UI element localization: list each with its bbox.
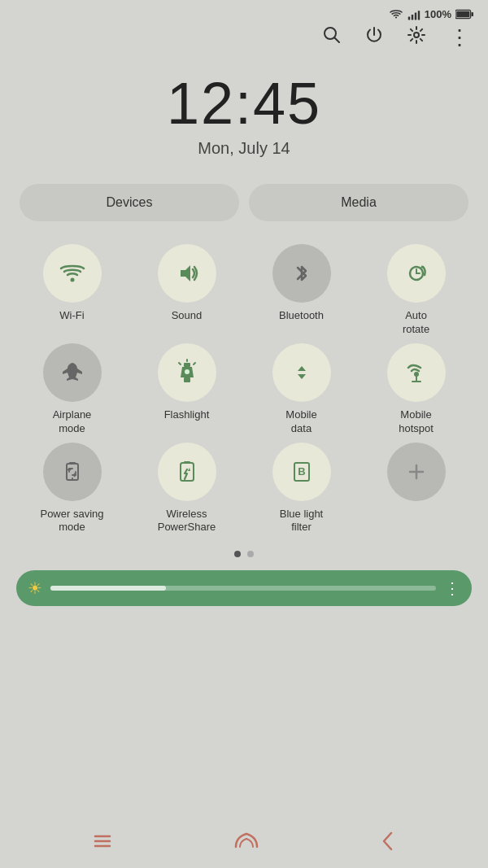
autorotate-icon xyxy=(402,259,431,288)
battery-level: 100% xyxy=(425,8,451,20)
settings-button[interactable] xyxy=(407,25,426,50)
battery-icon xyxy=(455,9,473,20)
qs-mobiledata[interactable]: Mobiledata xyxy=(246,343,357,436)
bluelightfilter-icon: B xyxy=(287,457,316,486)
brightness-more-button[interactable]: ⋮ xyxy=(444,578,460,598)
wirelesspowershare-icon xyxy=(172,457,202,486)
svg-point-9 xyxy=(414,33,419,37)
bluelightfilter-icon-wrap: B xyxy=(272,443,331,501)
qs-hotspot[interactable]: Mobilehotspot xyxy=(360,343,472,436)
brightness-track[interactable] xyxy=(50,586,436,591)
wifi-label: Wi-Fi xyxy=(59,309,84,323)
hotspot-icon-wrap xyxy=(387,343,446,402)
powersaving-icon-wrap xyxy=(43,443,102,501)
top-actions: ⋮ xyxy=(0,25,488,58)
brightness-icon: ☀ xyxy=(28,578,42,598)
svg-rect-1 xyxy=(412,15,413,20)
wifi-status-icon xyxy=(389,9,403,20)
add-icon-wrap xyxy=(387,443,446,501)
status-icons: 100% xyxy=(389,8,473,20)
flashlight-icon xyxy=(172,358,202,387)
bluetooth-icon xyxy=(287,259,316,288)
qs-add[interactable] xyxy=(360,443,472,535)
qs-flashlight[interactable]: Flashlight xyxy=(131,343,242,436)
svg-point-15 xyxy=(185,369,190,374)
add-icon xyxy=(402,457,431,486)
svg-text:B: B xyxy=(298,465,305,478)
wirelesspowershare-icon-wrap xyxy=(158,443,216,501)
dot-2 xyxy=(247,551,254,557)
nav-menu-button[interactable] xyxy=(92,832,113,855)
bluetooth-icon-wrap xyxy=(272,244,331,303)
svg-marker-11 xyxy=(181,265,190,281)
brightness-fill xyxy=(50,586,166,591)
svg-rect-26 xyxy=(184,461,190,464)
airplane-icon-wrap xyxy=(43,343,102,402)
svg-rect-14 xyxy=(184,377,190,382)
autorotate-icon-wrap xyxy=(387,244,446,303)
clock-date: Mon, July 14 xyxy=(0,139,488,158)
tab-media[interactable]: Media xyxy=(249,184,468,221)
flashlight-icon-wrap xyxy=(158,343,216,402)
svg-point-10 xyxy=(70,278,74,282)
power-button[interactable] xyxy=(364,25,384,50)
more-button[interactable]: ⋮ xyxy=(449,27,470,48)
mobiledata-label: Mobiledata xyxy=(285,408,316,436)
search-button[interactable] xyxy=(322,25,342,50)
tabs-section: Devices Media xyxy=(0,166,488,236)
sound-icon-wrap xyxy=(158,244,216,303)
bluelightfilter-label: Blue lightfilter xyxy=(280,508,323,535)
sound-label: Sound xyxy=(172,309,203,323)
status-bar: 100% xyxy=(0,0,488,25)
svg-rect-5 xyxy=(471,12,473,16)
qs-autorotate[interactable]: Autorotate xyxy=(360,244,472,337)
svg-line-8 xyxy=(335,38,340,43)
signal-icon xyxy=(407,9,420,20)
bottom-nav xyxy=(0,819,488,868)
hotspot-icon xyxy=(402,358,431,387)
qs-bluetooth[interactable]: Bluetooth xyxy=(246,244,357,337)
quick-settings-grid: Wi-Fi Sound Bluetooth xyxy=(0,236,488,543)
qs-sound[interactable]: Sound xyxy=(131,244,242,337)
qs-airplane[interactable]: Airplanemode xyxy=(16,343,128,436)
flashlight-label: Flashlight xyxy=(164,408,210,422)
nav-home-button[interactable] xyxy=(232,829,261,858)
wifi-icon-wrap xyxy=(43,244,102,303)
airplane-label: Airplanemode xyxy=(53,408,92,436)
autorotate-label: Autorotate xyxy=(403,309,429,337)
hotspot-label: Mobilehotspot xyxy=(399,408,434,436)
brightness-section[interactable]: ☀ ⋮ xyxy=(16,570,472,606)
svg-rect-6 xyxy=(456,11,469,18)
wirelesspowershare-label: WirelessPowerShare xyxy=(158,508,216,535)
svg-rect-24 xyxy=(69,462,76,465)
svg-line-18 xyxy=(194,363,195,364)
airplane-icon xyxy=(58,358,87,387)
svg-rect-13 xyxy=(184,363,190,367)
svg-rect-25 xyxy=(181,463,194,481)
mobiledata-icon xyxy=(287,358,316,387)
qs-bluelightfilter[interactable]: B Blue lightfilter xyxy=(246,443,357,535)
qs-wirelesspowershare[interactable]: WirelessPowerShare xyxy=(131,443,242,535)
wifi-icon xyxy=(58,259,87,288)
tab-devices[interactable]: Devices xyxy=(20,184,239,221)
qs-powersaving[interactable]: Power savingmode xyxy=(16,443,128,535)
powersaving-icon xyxy=(58,457,87,486)
svg-rect-0 xyxy=(408,16,410,20)
nav-back-button[interactable] xyxy=(380,829,396,858)
qs-wifi[interactable]: Wi-Fi xyxy=(16,244,128,337)
svg-rect-3 xyxy=(418,11,420,20)
sound-icon xyxy=(172,259,202,288)
bluetooth-label: Bluetooth xyxy=(279,309,324,323)
powersaving-label: Power savingmode xyxy=(40,508,103,535)
mobiledata-icon-wrap xyxy=(272,343,331,402)
clock-section: 12:45 Mon, July 14 xyxy=(0,58,488,166)
pagination-dots xyxy=(0,543,488,564)
svg-rect-2 xyxy=(415,12,416,20)
dot-1 xyxy=(234,551,241,557)
svg-line-17 xyxy=(179,363,181,364)
clock-time: 12:45 xyxy=(0,74,488,133)
